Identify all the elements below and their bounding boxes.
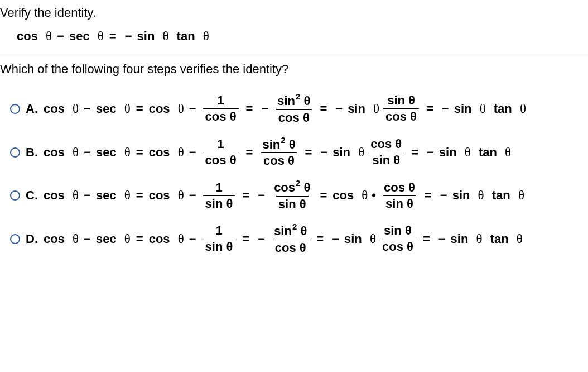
- option-row[interactable]: C.cos θ−sec θ=cos θ−1sin θ=−cos2 θsin θ=…: [10, 180, 588, 211]
- instruction-text: Verify the identity.: [0, 0, 588, 26]
- option-equation: cos θ−sec θ=cos θ−1cos θ=sin2 θcos θ=−si…: [44, 137, 511, 168]
- radio-button[interactable]: [10, 147, 20, 158]
- option-row[interactable]: A.cos θ−sec θ=cos θ−1cos θ=−sin2 θcos θ=…: [10, 93, 588, 125]
- option-row[interactable]: B.cos θ−sec θ=cos θ−1cos θ=sin2 θcos θ=−…: [10, 137, 588, 168]
- option-label: D.: [26, 232, 38, 246]
- option-equation: cos θ−sec θ=cos θ−1sin θ=−cos2 θsin θ=co…: [44, 180, 524, 211]
- radio-button[interactable]: [10, 234, 20, 244]
- question-text: Which of the following four steps verifi…: [0, 54, 588, 93]
- options-list: A.cos θ−sec θ=cos θ−1cos θ=−sin2 θcos θ=…: [0, 93, 588, 255]
- option-label: B.: [26, 145, 38, 160]
- option-label: C.: [26, 188, 38, 203]
- option-equation: cos θ−sec θ=cos θ−1cos θ=−sin2 θcos θ=−s…: [44, 93, 526, 125]
- radio-button[interactable]: [10, 104, 20, 114]
- radio-button[interactable]: [10, 190, 20, 201]
- option-row[interactable]: D.cos θ−sec θ=cos θ−1sin θ=−sin2 θcos θ=…: [10, 223, 588, 255]
- option-label: A.: [26, 102, 38, 116]
- option-equation: cos θ−sec θ=cos θ−1sin θ=−sin2 θcos θ=−s…: [44, 223, 523, 255]
- identity-equation: cos θ − sec θ = − sin θ tan θ: [0, 26, 588, 54]
